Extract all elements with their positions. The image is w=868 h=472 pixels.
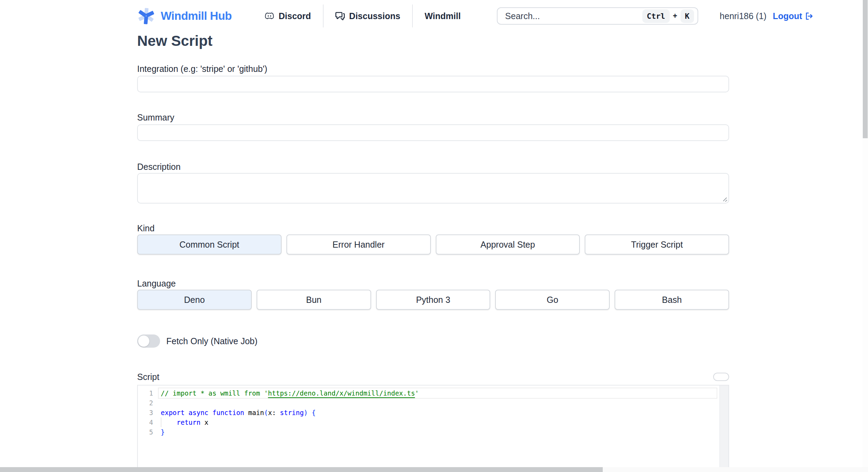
logout-label: Logout xyxy=(773,11,802,21)
horizontal-scrollbar-thumb[interactable] xyxy=(0,467,603,472)
script-label: Script xyxy=(137,372,159,382)
kind-option-common-script[interactable]: Common Script xyxy=(137,234,282,255)
code-editor[interactable]: 1// import * as wmill from 'https://deno… xyxy=(137,385,729,472)
vertical-scrollbar-thumb[interactable] xyxy=(863,0,868,138)
script-header-row: Script xyxy=(137,372,729,382)
code-text xyxy=(153,398,161,408)
language-option-go[interactable]: Go xyxy=(495,290,610,310)
script-toggle-pill[interactable] xyxy=(713,373,729,381)
windmill-logo[interactable]: Windmill Hub xyxy=(137,6,232,26)
summary-input[interactable] xyxy=(137,124,729,141)
search-box[interactable]: Ctrl + K xyxy=(497,7,698,25)
fetch-only-row: Fetch Only (Native Job) xyxy=(137,334,729,348)
fetch-only-toggle[interactable] xyxy=(137,334,160,348)
search-input[interactable] xyxy=(504,11,642,22)
kind-option-approval-step[interactable]: Approval Step xyxy=(436,234,580,255)
description-textarea[interactable] xyxy=(137,173,729,204)
editor-scrollbar[interactable] xyxy=(719,386,728,472)
code-text: } xyxy=(153,427,165,437)
kind-option-error-handler[interactable]: Error Handler xyxy=(286,234,431,255)
code-line-5[interactable]: 5} xyxy=(138,427,728,437)
line-number: 4 xyxy=(138,417,153,427)
description-label: Description xyxy=(137,162,729,172)
main-content: New Script Integration (e.g: 'stripe' or… xyxy=(137,33,729,472)
code-line-1[interactable]: 1// import * as wmill from 'https://deno… xyxy=(138,388,728,398)
windmill-logo-icon xyxy=(137,6,155,26)
indent-guide xyxy=(161,417,161,427)
kind-option-trigger-script[interactable]: Trigger Script xyxy=(585,234,729,255)
code-line-3[interactable]: 3export async function main(x: string) { xyxy=(138,408,728,417)
page-horizontal-scrollbar[interactable] xyxy=(0,467,868,472)
summary-label: Summary xyxy=(137,113,729,122)
code-line-2[interactable]: 2 xyxy=(138,398,728,408)
language-label: Language xyxy=(137,279,729,288)
user-area: henri186 (1) Logout xyxy=(720,11,814,21)
page-vertical-scrollbar[interactable] xyxy=(862,0,868,472)
line-number: 2 xyxy=(138,398,153,408)
line-number: 3 xyxy=(138,408,153,417)
logout-link[interactable]: Logout xyxy=(773,11,814,21)
kind-label: Kind xyxy=(137,223,729,233)
kbd-ctrl: Ctrl xyxy=(642,9,670,23)
language-option-bash[interactable]: Bash xyxy=(615,290,729,310)
code-line-4[interactable]: 4 return x xyxy=(138,417,728,427)
line-number: 5 xyxy=(138,427,153,437)
github-discussions-icon xyxy=(335,11,345,21)
code-text: // import * as wmill from 'https://deno.… xyxy=(153,388,419,398)
user-name: henri186 (1) xyxy=(720,11,767,21)
code-text: export async function main(x: string) { xyxy=(153,408,316,417)
discord-icon xyxy=(265,11,274,21)
integration-input[interactable] xyxy=(137,76,729,92)
kbd-plus-sign: + xyxy=(673,11,677,20)
nav-item-windmill[interactable]: Windmill xyxy=(413,11,473,21)
line-number: 1 xyxy=(138,388,153,398)
nav-label-discussions: Discussions xyxy=(349,11,400,21)
code-lines: 1// import * as wmill from 'https://deno… xyxy=(138,388,728,437)
header: Windmill Hub Discord Discussions xyxy=(0,0,868,32)
kbd-k: K xyxy=(681,9,694,23)
page-title: New Script xyxy=(137,33,729,49)
fetch-only-label: Fetch Only (Native Job) xyxy=(166,336,258,346)
kind-options: Common ScriptError HandlerApproval StepT… xyxy=(137,234,729,255)
integration-label: Integration (e.g: 'stripe' or 'github') xyxy=(137,64,729,74)
header-nav: Discord Discussions Windmill xyxy=(253,5,473,27)
nav-label-discord: Discord xyxy=(279,11,311,21)
language-options: DenoBunPython 3GoBash xyxy=(137,290,729,310)
nav-label-windmill: Windmill xyxy=(425,11,461,21)
language-option-deno[interactable]: Deno xyxy=(137,290,252,310)
nav-item-discussions[interactable]: Discussions xyxy=(324,11,412,21)
logout-icon xyxy=(804,11,814,21)
language-option-bun[interactable]: Bun xyxy=(257,290,371,310)
nav-item-discord[interactable]: Discord xyxy=(253,11,323,21)
toggle-knob-icon xyxy=(138,335,150,347)
language-option-python-3[interactable]: Python 3 xyxy=(376,290,491,310)
logo-text: Windmill Hub xyxy=(161,9,232,23)
